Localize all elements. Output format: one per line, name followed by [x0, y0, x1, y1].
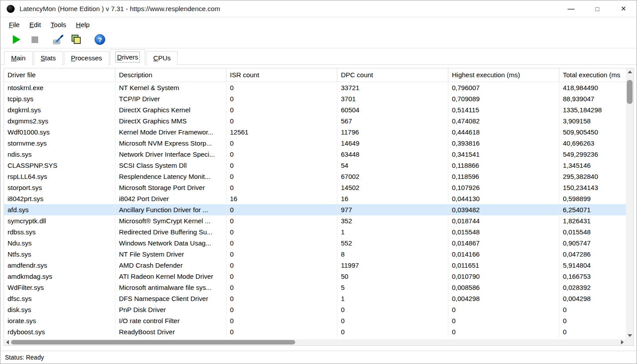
table-cell: 418,984490 [559, 82, 626, 93]
table-row[interactable]: afd.sysAncillary Function Driver for ...… [4, 204, 626, 215]
help-icon: ? [95, 34, 105, 45]
table-row[interactable]: disk.sysPnP Disk Driver0000 [4, 304, 626, 315]
edit-options-button[interactable] [51, 33, 65, 46]
table-cell: 0,004298 [448, 293, 559, 304]
table-cell: 0 [226, 204, 337, 215]
scroll-up-icon [628, 71, 632, 73]
table-cell: i8042 Port Driver [115, 193, 226, 204]
table-cell: 0 [448, 315, 559, 326]
table-row[interactable]: stornvme.sysMicrosoft NVM Express Storp.… [4, 138, 626, 149]
table-cell: 0,444618 [448, 127, 559, 138]
table-row[interactable]: WdFilter.sysMicrosoft antimalware file s… [4, 282, 626, 293]
column-header[interactable]: Description [115, 68, 226, 82]
tab-main[interactable]: Main [4, 51, 33, 65]
column-header[interactable]: Driver file [4, 68, 115, 82]
table-cell: rdyboost.sys [4, 326, 115, 337]
scroll-right-button[interactable] [619, 339, 626, 345]
copy-icon [71, 34, 82, 45]
table-row[interactable]: amdfendr.sysAMD Crash Defender0119970,01… [4, 260, 626, 271]
table-row[interactable]: iorate.sysI/O rate control Filter0000 [4, 315, 626, 326]
tab-stats[interactable]: Stats [34, 51, 63, 65]
table-cell: 0 [226, 215, 337, 226]
table-cell: 0,474082 [448, 115, 559, 127]
table-cell: 295,382840 [559, 171, 626, 182]
menu-item-file[interactable]: File [4, 19, 24, 30]
table-row[interactable]: i8042prt.sysi8042 Port Driver16160,04413… [4, 193, 626, 204]
table-cell: 0 [226, 249, 337, 260]
vertical-scroll-thumb[interactable] [627, 80, 633, 104]
table-cell: 0 [559, 304, 626, 315]
table-cell: 0,393816 [448, 138, 559, 149]
table-cell: iorate.sys [4, 315, 115, 326]
stop-monitor-button[interactable] [28, 33, 42, 46]
table-cell: ndis.sys [4, 149, 115, 160]
table-row[interactable]: Ndu.sysWindows Network Data Usag...05520… [4, 237, 626, 249]
vertical-scrollbar[interactable] [626, 68, 633, 339]
tab-cpus[interactable]: CPUs [146, 51, 178, 65]
column-header[interactable]: DPC count [337, 68, 448, 82]
scroll-left-button[interactable] [4, 339, 11, 345]
table-row[interactable]: tcpip.sysTCP/IP Driver037010,70908988,93… [4, 93, 626, 104]
menu-item-help[interactable]: Help [71, 19, 95, 30]
menu-item-edit[interactable]: Edit [24, 19, 46, 30]
minimize-icon: — [568, 5, 575, 13]
table-cell: 0,014166 [448, 249, 559, 260]
table-cell: 0,018744 [448, 215, 559, 226]
table-row[interactable]: symcryptk.dllMicrosoft® SymCrypt Kernel … [4, 215, 626, 226]
table-cell: tcpip.sys [4, 93, 115, 104]
column-header[interactable]: Highest execution (ms) [448, 68, 559, 82]
driver-table-header: Driver fileDescriptionISR countDPC count… [4, 68, 626, 82]
table-row[interactable]: CLASSPNP.SYSSCSI Class System Dll0540,11… [4, 160, 626, 171]
table-cell: stornvme.sys [4, 138, 115, 149]
table-cell: rdbss.sys [4, 226, 115, 237]
table-cell: rspLLL64.sys [4, 171, 115, 182]
table-cell: 14649 [337, 138, 448, 149]
table-cell: 88,939047 [559, 93, 626, 104]
table-row[interactable]: rdyboost.sysReadyBoost Driver0000 [4, 326, 626, 337]
table-row[interactable]: dxgmms2.sysDirectX Graphics MMS05670,474… [4, 115, 626, 127]
table-row[interactable]: rdbss.sysRedirected Drive Buffering Su..… [4, 226, 626, 237]
stop-icon [32, 36, 38, 43]
menu-item-tools[interactable]: Tools [46, 19, 71, 30]
window-controls: — □ × [558, 0, 637, 17]
table-row[interactable]: dfsc.sysDFS Namespace Client Driver010,0… [4, 293, 626, 304]
tab-label: Main [11, 54, 26, 62]
table-cell: 54 [337, 160, 448, 171]
close-button[interactable]: × [610, 0, 637, 17]
table-row[interactable]: Ntfs.sysNT File System Driver080,0141660… [4, 249, 626, 260]
copy-report-button[interactable] [69, 33, 83, 46]
horizontal-scroll-thumb[interactable] [11, 340, 295, 344]
table-cell: amdfendr.sys [4, 260, 115, 271]
menubar: FileEditToolsHelp [0, 18, 637, 31]
table-cell: DFS Namespace Client Driver [115, 293, 226, 304]
table-row[interactable]: ndis.sysNetwork Driver Interface Speci..… [4, 149, 626, 160]
table-row[interactable]: amdkmdag.sysATI Radeon Kernel Mode Drive… [4, 271, 626, 282]
table-row[interactable]: Wdf01000.sysKernel Mode Driver Framewor.… [4, 127, 626, 138]
tab-processes[interactable]: Processes [64, 51, 109, 65]
table-row[interactable]: rspLLL64.sysResplendence Latency Monit..… [4, 171, 626, 182]
table-cell: 0 [226, 104, 337, 115]
table-row[interactable]: storport.sysMicrosoft Storage Port Drive… [4, 182, 626, 193]
maximize-button[interactable]: □ [584, 0, 610, 17]
column-header[interactable]: ISR count [226, 68, 337, 82]
table-cell: 0,044130 [448, 193, 559, 204]
table-cell: 0,039482 [448, 204, 559, 215]
table-row[interactable]: dxgkrnl.sysDirectX Graphics Kernel060504… [4, 104, 626, 115]
table-row[interactable]: ntoskrnl.exeNT Kernel & System0337210,79… [4, 82, 626, 93]
scroll-down-button[interactable] [626, 332, 633, 339]
minimize-button[interactable]: — [558, 0, 584, 17]
status-text: Status: Ready [5, 354, 44, 361]
scroll-up-button[interactable] [626, 68, 633, 75]
table-cell: TCP/IP Driver [115, 93, 226, 104]
column-header[interactable]: Total execution (ms [559, 68, 626, 82]
table-cell: 0,010790 [448, 271, 559, 282]
help-button[interactable]: ? [93, 33, 107, 46]
table-cell: AMD Crash Defender [115, 260, 226, 271]
table-cell: 0 [226, 315, 337, 326]
tab-label: Drivers [117, 53, 138, 61]
horizontal-scrollbar[interactable] [4, 339, 626, 345]
start-monitor-button[interactable] [9, 33, 24, 46]
tab-drivers[interactable]: Drivers [110, 49, 146, 65]
driver-table-body: ntoskrnl.exeNT Kernel & System0337210,79… [4, 82, 626, 339]
table-cell: 549,299236 [559, 149, 626, 160]
